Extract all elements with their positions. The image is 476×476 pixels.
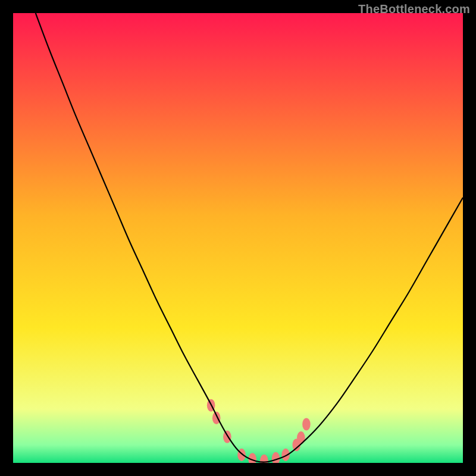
watermark-text: TheBottleneck.com [358, 2, 470, 16]
chart-svg [13, 13, 463, 463]
plot-area [13, 13, 463, 463]
trough-marker [223, 431, 231, 443]
trough-marker [302, 418, 311, 430]
markers-group [207, 399, 311, 463]
trough-marker [272, 452, 280, 463]
bottleneck-curve [36, 13, 463, 462]
chart-frame: TheBottleneck.com [0, 0, 476, 476]
